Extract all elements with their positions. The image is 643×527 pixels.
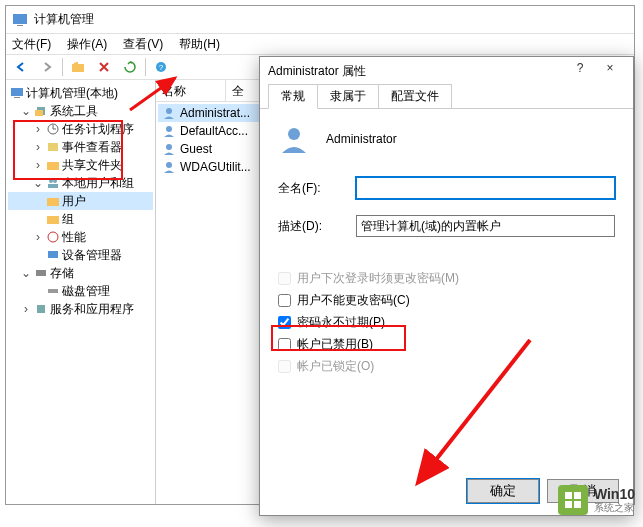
user-icon — [278, 123, 310, 155]
tree-task-scheduler[interactable]: ›任务计划程序 — [8, 120, 153, 138]
svg-text:?: ? — [159, 63, 164, 72]
svg-rect-8 — [35, 110, 43, 116]
checkbox-never-expire-input[interactable] — [278, 316, 291, 329]
checkbox-account-locked-input — [278, 360, 291, 373]
menubar[interactable]: 文件(F) 操作(A) 查看(V) 帮助(H) — [6, 34, 634, 54]
checkbox-cannot-change[interactable]: 用户不能更改密码(C) — [278, 289, 615, 311]
tree-system-tools[interactable]: ⌄系统工具 — [8, 102, 153, 120]
watermark-line1: Win10 — [594, 487, 635, 502]
tree-storage[interactable]: ⌄存储 — [8, 264, 153, 282]
description-label: 描述(D): — [278, 218, 356, 235]
checkbox-account-disabled[interactable]: 帐户已禁用(B) — [278, 333, 615, 355]
svg-rect-15 — [47, 198, 59, 206]
svg-rect-20 — [48, 289, 58, 293]
svg-rect-16 — [47, 216, 59, 224]
tree-groups[interactable]: 组 — [8, 210, 153, 228]
svg-rect-1 — [17, 25, 23, 26]
dialog-title: Administrator 属性 — [268, 63, 366, 80]
help-button[interactable]: ? — [565, 61, 595, 81]
up-button[interactable] — [67, 56, 89, 78]
tree-disk-management[interactable]: 磁盘管理 — [8, 282, 153, 300]
checkbox-change-next-login-input — [278, 272, 291, 285]
svg-point-13 — [53, 179, 57, 183]
tab-member-of[interactable]: 隶属于 — [317, 84, 379, 108]
checkbox-account-disabled-input[interactable] — [278, 338, 291, 351]
properties-dialog: Administrator 属性 ? × 常规 隶属于 配置文件 Adminis… — [259, 56, 634, 516]
svg-rect-2 — [72, 64, 84, 72]
menu-help[interactable]: 帮助(H) — [175, 34, 224, 55]
close-button[interactable]: × — [595, 61, 625, 81]
svg-point-22 — [166, 108, 172, 114]
svg-point-26 — [288, 128, 300, 140]
svg-point-25 — [166, 162, 172, 168]
svg-point-12 — [49, 179, 53, 183]
fullname-field[interactable] — [356, 177, 615, 199]
svg-point-24 — [166, 144, 172, 150]
back-button[interactable] — [10, 56, 32, 78]
checkbox-never-expire[interactable]: 密码永不过期(P) — [278, 311, 615, 333]
tree-pane[interactable]: 计算机管理(本地) ⌄系统工具 ›任务计划程序 ›事件查看器 ›共享文件夹 ⌄本… — [6, 80, 156, 504]
forward-button[interactable] — [36, 56, 58, 78]
menu-file[interactable]: 文件(F) — [8, 34, 55, 55]
ok-button[interactable]: 确定 — [467, 479, 539, 503]
checkbox-cannot-change-input[interactable] — [278, 294, 291, 307]
titlebar[interactable]: 计算机管理 — [6, 6, 634, 34]
col-name[interactable]: 名称 — [156, 80, 226, 101]
tree-users[interactable]: 用户 — [8, 192, 153, 210]
tree-root[interactable]: 计算机管理(本地) — [8, 84, 153, 102]
svg-rect-10 — [48, 143, 58, 151]
help-button[interactable]: ? — [150, 56, 172, 78]
tab-profile[interactable]: 配置文件 — [378, 84, 452, 108]
tree-local-users-groups[interactable]: ⌄本地用户和组 — [8, 174, 153, 192]
svg-point-23 — [166, 126, 172, 132]
checkbox-account-locked: 帐户已锁定(O) — [278, 355, 615, 377]
checkbox-change-next-login: 用户下次登录时须更改密码(M) — [278, 267, 615, 289]
svg-rect-6 — [14, 97, 20, 98]
menu-action[interactable]: 操作(A) — [63, 34, 111, 55]
menu-view[interactable]: 查看(V) — [119, 34, 167, 55]
tree-event-viewer[interactable]: ›事件查看器 — [8, 138, 153, 156]
svg-rect-11 — [47, 162, 59, 170]
svg-rect-0 — [13, 14, 27, 24]
tab-strip: 常规 隶属于 配置文件 — [260, 85, 633, 109]
tab-general[interactable]: 常规 — [268, 84, 318, 109]
watermark-line2: 系统之家 — [594, 502, 635, 513]
description-field[interactable] — [356, 215, 615, 237]
tree-device-manager[interactable]: 设备管理器 — [8, 246, 153, 264]
refresh-button[interactable] — [119, 56, 141, 78]
svg-rect-14 — [48, 184, 58, 188]
watermark: Win10 系统之家 — [558, 485, 635, 515]
tree-services-apps[interactable]: ›服务和应用程序 — [8, 300, 153, 318]
watermark-icon — [558, 485, 588, 515]
tree-performance[interactable]: ›性能 — [8, 228, 153, 246]
svg-rect-5 — [11, 88, 23, 96]
svg-rect-18 — [48, 251, 58, 258]
app-icon — [12, 12, 28, 28]
tree-shared-folders[interactable]: ›共享文件夹 — [8, 156, 153, 174]
account-name: Administrator — [326, 132, 397, 146]
window-title: 计算机管理 — [34, 11, 94, 28]
svg-rect-19 — [36, 270, 46, 276]
fullname-label: 全名(F): — [278, 180, 356, 197]
dialog-titlebar[interactable]: Administrator 属性 ? × — [260, 57, 633, 85]
svg-point-17 — [48, 232, 58, 242]
delete-button[interactable] — [93, 56, 115, 78]
svg-rect-21 — [37, 305, 45, 313]
